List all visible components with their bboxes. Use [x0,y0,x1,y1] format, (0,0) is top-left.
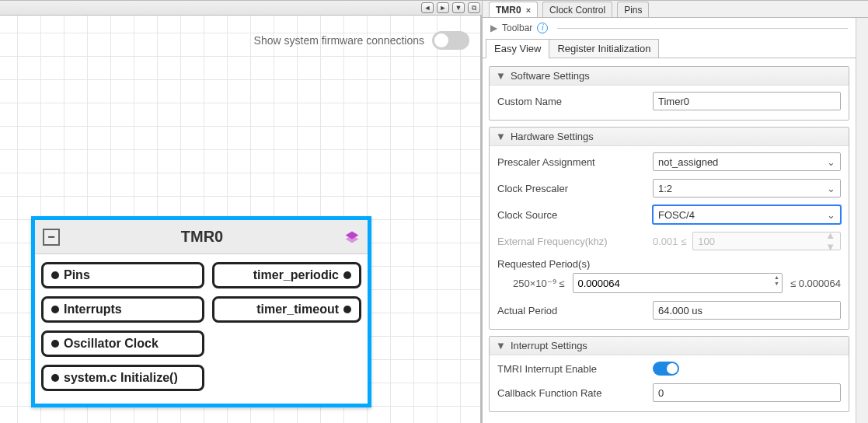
port-timer-timeout[interactable]: timer_timeout [212,296,361,323]
spinner-buttons[interactable]: ▲▼ [774,274,779,287]
graph-canvas[interactable]: Show system firmware connections − TMR0 … [0,16,482,423]
node-title: TMR0 [60,228,344,246]
tmr0-node[interactable]: − TMR0 Pins timer_periodic Interrupts ti… [31,216,371,407]
prescaler-assignment-label: Prescaler Assignment [497,156,653,168]
nav-prev-button[interactable]: ◄ [421,2,434,13]
left-nav-bar: ◄ ► ▼ ⧉ [0,1,482,16]
chevron-down-icon: ⌄ [827,183,835,194]
graph-pane: ◄ ► ▼ ⧉ Show system firmware connections… [0,0,482,423]
file-tabstrip: TMR0 × Clock Control Pins [483,1,868,18]
view-tabs: Easy View Register Initialization [483,38,856,58]
chevron-down-icon: ⌄ [827,209,835,221]
tab-clock-control[interactable]: Clock Control [542,2,612,17]
interrupt-enable-label: TMRI Interrupt Enable [497,363,653,375]
layers-icon[interactable] [344,229,360,245]
clock-prescaler-label: Clock Prescaler [497,183,653,194]
port-pins[interactable]: Pins [41,262,204,288]
prescaler-assignment-select[interactable]: not_assigned ⌄ [653,152,841,171]
properties-pane: TMR0 × Clock Control Pins ▶ Toolbar i [482,0,868,423]
toolbar-expand-icon[interactable]: ▶ [490,23,497,33]
clock-prescaler-select[interactable]: 1:2 ⌄ [653,179,841,198]
chevron-down-icon: ▼ [496,70,506,82]
section-header-software[interactable]: ▼ Software Settings [490,67,849,86]
requested-period-label: Requested Period(s) [497,258,841,270]
section-software-settings: ▼ Software Settings Custom Name [489,66,849,121]
requested-period-max: ≤ 0.000064 [790,278,841,289]
requested-period-input[interactable] [573,273,783,293]
section-interrupt-settings: ▼ Interrupt Settings TMRI Interrupt Enab… [489,336,849,412]
view-tab-register[interactable]: Register Initialization [549,39,659,58]
clock-source-label: Clock Source [497,209,653,221]
tab-pins[interactable]: Pins [617,2,649,17]
firmware-toggle[interactable] [432,31,469,50]
close-icon[interactable]: × [526,5,531,15]
chevron-down-icon: ▼ [496,340,506,351]
svg-marker-1 [346,235,359,243]
external-frequency-min: 0.001 ≤ [653,236,686,247]
section-header-interrupt[interactable]: ▼ Interrupt Settings [490,337,849,355]
section-header-hardware[interactable]: ▼ Hardware Settings [490,128,849,146]
firmware-toggle-label: Show system firmware connections [254,34,424,47]
actual-period-label: Actual Period [497,305,653,316]
chevron-down-icon: ▼ [496,131,506,142]
nav-next-button[interactable]: ► [437,2,449,13]
port-oscillator-clock[interactable]: Oscillator Clock [41,330,204,357]
node-collapse-button[interactable]: − [43,229,60,246]
nav-maximize-button[interactable]: ⧉ [468,2,480,13]
requested-period-min: 250×10⁻⁹ ≤ [513,278,565,289]
tab-tmr0[interactable]: TMR0 × [489,2,538,17]
clock-source-select[interactable]: FOSC/4 ⌄ [653,205,841,224]
callback-rate-input[interactable] [653,383,841,402]
actual-period-value: 64.000 us [653,301,841,320]
callback-rate-label: Callback Function Rate [497,387,653,399]
port-timer-periodic[interactable]: timer_periodic [212,262,361,288]
info-icon[interactable]: i [537,23,548,33]
port-interrupts[interactable]: Interrupts [41,296,204,323]
section-hardware-settings: ▼ Hardware Settings Prescaler Assignment… [489,127,849,330]
interrupt-enable-toggle[interactable] [653,362,679,376]
properties-scroll[interactable]: ▼ Software Settings Custom Name [483,58,856,423]
external-frequency-input: 100 ▲▼ [692,232,841,250]
chevron-down-icon: ⌄ [827,156,835,168]
nav-dropdown-button[interactable]: ▼ [452,2,465,13]
custom-name-input[interactable] [653,92,841,110]
vertical-scrollbar[interactable] [856,18,868,423]
toolbar-label[interactable]: Toolbar [502,23,532,33]
view-tab-easy[interactable]: Easy View [486,39,549,58]
port-system-initialize[interactable]: system.c Initialize() [41,365,204,391]
external-frequency-label: External Frequency(khz) [497,236,653,247]
custom-name-label: Custom Name [497,96,653,107]
